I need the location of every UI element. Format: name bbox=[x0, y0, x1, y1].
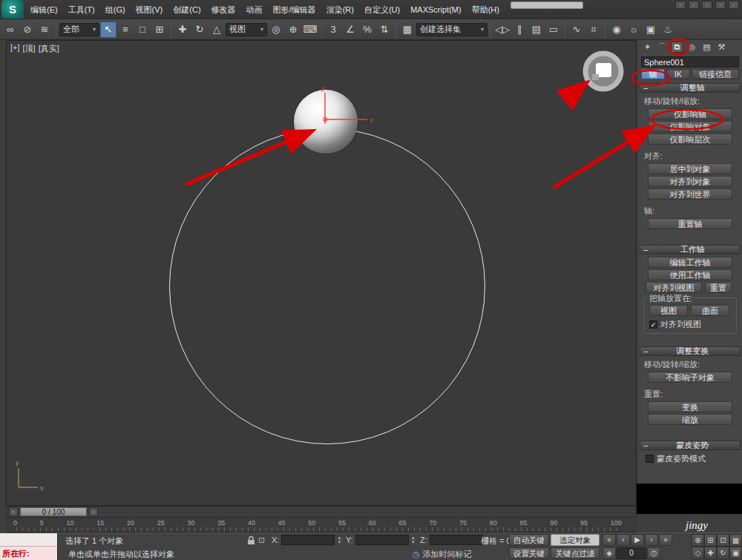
align-to-object-button[interactable]: 对齐到对象 bbox=[648, 176, 732, 187]
x-spinner[interactable]: ▲▼ bbox=[337, 536, 341, 544]
schematic-view-icon[interactable]: ⌗ bbox=[585, 22, 602, 38]
keyboard-shortcut-override-icon[interactable]: ⌨ bbox=[302, 22, 318, 38]
named-selection-sets-combo[interactable]: 创建选择集 ▾ bbox=[416, 23, 487, 36]
mirror-icon[interactable]: ◁▷ bbox=[494, 22, 510, 38]
menu-item[interactable]: 编辑(E) bbox=[25, 0, 63, 19]
time-configuration-button[interactable]: ◷ bbox=[647, 547, 660, 559]
edit-working-pivot-button[interactable]: 编辑工作轴 bbox=[648, 257, 732, 268]
menu-item[interactable]: 视图(V) bbox=[131, 0, 168, 19]
titlebar-help-icon[interactable]: ▫ bbox=[729, 1, 739, 9]
ik-subtab[interactable]: IK bbox=[666, 69, 690, 79]
previous-frame-button[interactable]: ‹ bbox=[617, 534, 630, 546]
use-working-pivot-button[interactable]: 使用工作轴 bbox=[648, 269, 732, 280]
next-key-button[interactable]: › bbox=[89, 507, 98, 516]
hierarchy-tab-icon[interactable]: ⧉ bbox=[671, 42, 683, 53]
rectangular-selection-region-icon[interactable]: □ bbox=[134, 22, 151, 38]
motion-tab-icon[interactable]: ◎ bbox=[686, 42, 698, 53]
listener-script-line[interactable]: 所在行: bbox=[0, 547, 57, 560]
modify-tab-icon[interactable]: ⌒ bbox=[656, 42, 669, 53]
time-slider-track[interactable]: ‹ 0 / 100 › bbox=[6, 506, 637, 518]
render-production-icon[interactable]: ♨ bbox=[660, 22, 676, 38]
menu-item[interactable]: 工具(T) bbox=[63, 0, 100, 19]
track-bar[interactable]: 0510152025303540455055606570758085909510… bbox=[6, 518, 637, 533]
edit-named-selection-sets-icon[interactable]: ▦ bbox=[399, 22, 416, 38]
adjust-transform-rollout-header[interactable]: − 调整变换 bbox=[640, 346, 741, 356]
menu-item[interactable]: 自定义(U) bbox=[359, 0, 405, 19]
menu-item[interactable]: 帮助(H) bbox=[467, 0, 505, 19]
maxscript-mini-listener[interactable]: 所在行: bbox=[0, 533, 58, 560]
select-by-name-icon[interactable]: ≡ bbox=[117, 22, 134, 38]
zoom-extents-all-icon[interactable]: ▦ bbox=[729, 534, 742, 547]
selection-filter-dropdown[interactable]: 全部 ▾ bbox=[59, 23, 99, 36]
align-to-world-button[interactable]: 对齐到世界 bbox=[648, 188, 732, 200]
affect-object-only-button[interactable]: 仅影响对象 bbox=[648, 121, 732, 132]
maximize-viewport-toggle-icon[interactable]: ▣ bbox=[729, 547, 742, 559]
key-mode-toggle[interactable]: ◈ bbox=[603, 547, 616, 559]
select-object-icon[interactable]: ↖ bbox=[100, 22, 116, 38]
pan-icon[interactable]: ✚ bbox=[704, 547, 717, 559]
align-to-view-button[interactable]: 对齐到视图 bbox=[646, 282, 702, 293]
add-time-tag[interactable]: ◷ 添加时间标记 bbox=[413, 549, 472, 560]
z-coordinate-input[interactable] bbox=[430, 535, 483, 545]
spinner-snap-icon[interactable]: ⇅ bbox=[376, 22, 393, 38]
place-in-view-button[interactable]: 视图 bbox=[649, 305, 688, 316]
set-key-button[interactable]: 设置关键点 bbox=[509, 547, 549, 559]
viewport-top[interactable]: [+] [顶] [真实] y x x y bbox=[6, 40, 637, 506]
snaps-toggle-icon[interactable]: 3 bbox=[325, 22, 341, 38]
titlebar-layout-icon[interactable]: ▫ bbox=[675, 1, 686, 9]
menu-item[interactable]: 图形/编辑器 bbox=[268, 0, 321, 19]
absolute-mode-toggle-icon[interactable]: ⊡ bbox=[258, 536, 268, 545]
auto-key-button[interactable]: 自动关键点 bbox=[509, 534, 549, 546]
window-crossing-icon[interactable]: ⊞ bbox=[151, 22, 168, 38]
menu-item[interactable]: 创建(C) bbox=[168, 0, 206, 19]
zoom-all-icon[interactable]: ⊞ bbox=[704, 534, 717, 547]
x-coordinate-input[interactable] bbox=[281, 535, 335, 545]
pivot-subtab[interactable]: 轴 bbox=[641, 69, 665, 79]
create-tab-icon[interactable]: ✶ bbox=[641, 42, 654, 53]
select-and-manipulate-icon[interactable]: ⊕ bbox=[285, 22, 301, 38]
viewport-menu-label[interactable]: [+] bbox=[10, 43, 20, 54]
reference-coordinate-dropdown[interactable]: 视图 ▾ bbox=[226, 23, 267, 36]
select-and-rotate-icon[interactable]: ↻ bbox=[191, 22, 208, 38]
key-filters-button[interactable]: 关键点过滤器... bbox=[551, 547, 600, 559]
go-to-end-button[interactable]: » bbox=[659, 534, 672, 546]
place-on-surface-button[interactable]: 曲面 bbox=[691, 305, 729, 316]
orbit-icon[interactable]: ↻ bbox=[717, 547, 729, 559]
reset-pivot-button[interactable]: 重置轴 bbox=[648, 218, 732, 229]
menu-item[interactable]: MAXScript(M) bbox=[405, 0, 466, 19]
reset-transform-button[interactable]: 变换 bbox=[648, 401, 732, 412]
next-frame-button[interactable]: › bbox=[645, 534, 658, 546]
viewport-shading-label[interactable]: [真实] bbox=[39, 43, 59, 54]
select-and-link-icon[interactable]: ∞ bbox=[2, 22, 19, 38]
curve-editor-icon[interactable]: ∿ bbox=[568, 22, 585, 38]
play-button[interactable]: ▶ bbox=[631, 534, 644, 546]
menu-item[interactable]: 渲染(R) bbox=[321, 0, 359, 19]
viewport-pov-label[interactable]: [顶] bbox=[23, 43, 36, 54]
menu-item[interactable]: 动画 bbox=[241, 0, 268, 19]
affect-pivot-only-button[interactable]: 仅影响轴 bbox=[648, 108, 732, 119]
titlebar-panel-icon[interactable]: ▫ bbox=[702, 1, 712, 9]
listener-macro-line[interactable] bbox=[0, 533, 57, 547]
percent-snap-icon[interactable]: % bbox=[359, 22, 375, 38]
object-name-field[interactable] bbox=[641, 56, 739, 67]
skin-pose-mode-checkbox[interactable] bbox=[646, 455, 654, 463]
adjust-pivot-rollout-header[interactable]: − 调整轴 bbox=[640, 83, 741, 93]
time-slider-handle[interactable]: 0 / 100 bbox=[20, 507, 87, 516]
reset-scale-button[interactable]: 缩放 bbox=[648, 414, 732, 425]
menu-item[interactable]: 修改器 bbox=[206, 0, 241, 19]
layer-manager-icon[interactable]: ▤ bbox=[528, 22, 545, 38]
skin-pose-rollout-header[interactable]: − 蒙皮姿势 bbox=[640, 441, 741, 450]
y-coordinate-input[interactable] bbox=[355, 535, 409, 545]
center-to-object-button[interactable]: 居中到对象 bbox=[648, 163, 732, 174]
utilities-tab-icon[interactable]: ⚒ bbox=[715, 42, 728, 53]
align-to-view-checkbox[interactable]: ✓ bbox=[649, 320, 657, 329]
material-editor-icon[interactable]: ◉ bbox=[608, 22, 625, 38]
select-and-move-icon[interactable]: ✚ bbox=[174, 22, 191, 38]
display-tab-icon[interactable]: ▤ bbox=[700, 42, 713, 53]
reset-button[interactable]: 重置 bbox=[705, 282, 732, 293]
ribbon-toggle-icon[interactable]: ▭ bbox=[545, 22, 562, 38]
align-icon[interactable]: ∥ bbox=[511, 22, 528, 38]
unlink-selection-icon[interactable]: ⊘ bbox=[19, 22, 36, 38]
select-and-scale-icon[interactable]: △ bbox=[209, 22, 225, 38]
app-logo[interactable]: S bbox=[1, 0, 24, 19]
